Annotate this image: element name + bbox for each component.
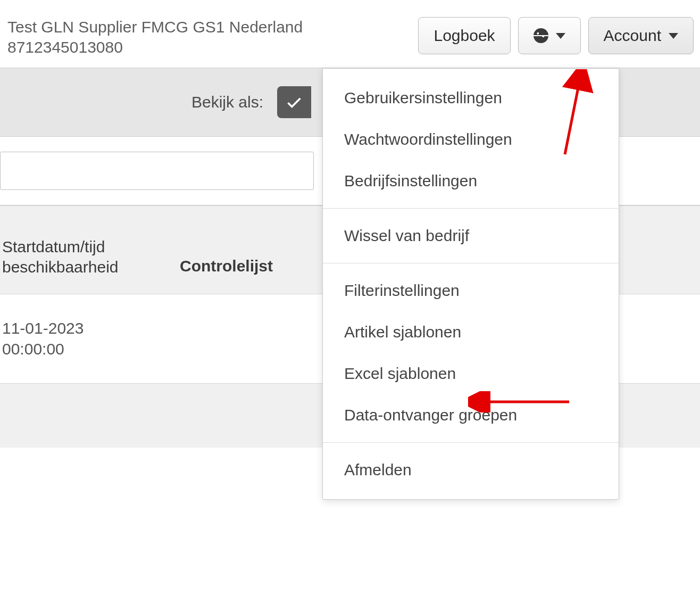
account-dropdown: Gebruikersinstellingen Wachtwoordinstell… [322,68,619,448]
filter-input[interactable] [0,152,314,190]
menu-wissel-van-bedrijf[interactable]: Wissel van bedrijf [323,215,619,257]
menu-gebruikersinstellingen[interactable]: Gebruikersinstellingen [323,77,619,119]
menu-separator [323,263,619,263]
menu-filterinstellingen[interactable]: Filterinstellingen [323,270,619,311]
globe-icon [534,28,548,43]
logbook-button[interactable]: Logboek [418,17,510,54]
header-buttons: Logboek Account [418,17,694,54]
account-label: Account [604,27,661,45]
check-icon [285,93,303,111]
header-bar: Test GLN Supplier FMCG GS1 Nederland 871… [0,0,700,68]
supplier-name: Test GLN Supplier FMCG GS1 Nederland [7,17,303,37]
menu-separator [323,208,619,209]
column-header-controlelijst[interactable]: Controlelijst [176,237,273,278]
language-button[interactable] [518,17,581,54]
caret-down-icon [556,33,565,39]
view-as-label: Bekijk als: [191,93,263,111]
logbook-label: Logboek [434,27,495,45]
account-button[interactable]: Account [588,17,694,54]
menu-excel-sjablonen[interactable]: Excel sjablonen [323,353,619,394]
view-as-toggle[interactable] [277,86,311,118]
menu-artikel-sjablonen[interactable]: Artikel sjablonen [323,311,619,353]
column-header-startdatum[interactable]: Startdatum/tijd beschikbaarheid [0,237,176,278]
menu-wachtwoordinstellingen[interactable]: Wachtwoordinstellingen [323,119,619,160]
menu-bedrijfsinstellingen[interactable]: Bedrijfsinstellingen [323,160,619,202]
column-header-line2: beschikbaarheid [2,257,176,277]
supplier-info: Test GLN Supplier FMCG GS1 Nederland 871… [7,17,303,58]
menu-data-ontvanger-groepen[interactable]: Data-ontvanger groepen [323,394,619,436]
column-header-line1: Startdatum/tijd [2,237,176,257]
caret-down-icon [669,33,678,39]
menu-separator [323,442,619,443]
supplier-gln: 8712345013080 [7,37,303,57]
